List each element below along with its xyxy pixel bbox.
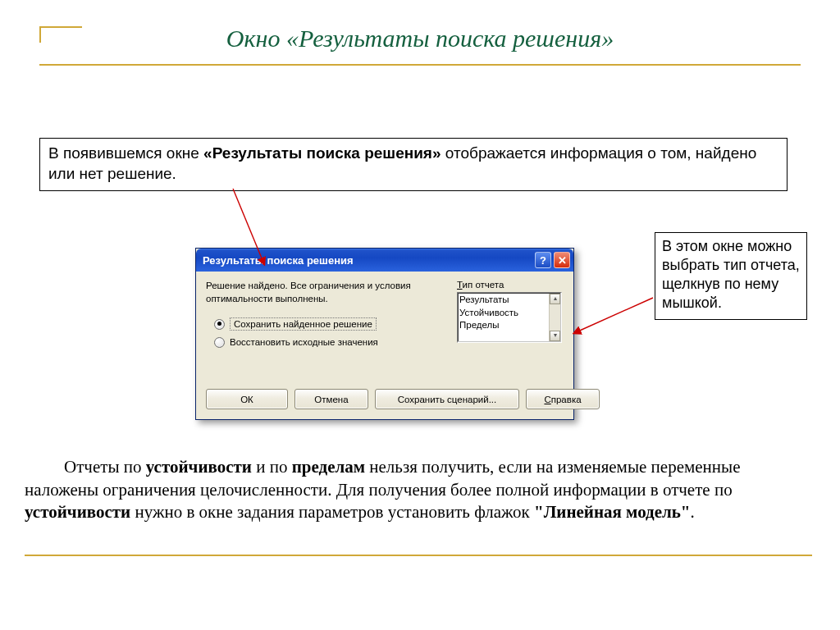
dialog-buttons: ОК Отмена Сохранить сценарий... Справка xyxy=(206,389,564,409)
side-callout: В этом окне можно выбрать тип отчета, ще… xyxy=(655,232,807,320)
bp-t5: . xyxy=(691,502,695,522)
title-underline xyxy=(39,64,801,66)
report-type-label: Тип отчета xyxy=(457,280,564,290)
bottom-paragraph: Отчеты по устойчивости и по пределам нел… xyxy=(25,456,812,524)
report-type-area: Тип отчета Результаты Устойчивость Преде… xyxy=(457,280,564,343)
help-button[interactable]: Справка xyxy=(526,389,600,409)
dialog-body: Решение найдено. Все ограничения и услов… xyxy=(196,272,573,419)
list-item[interactable]: Пределы xyxy=(459,319,559,332)
report-type-listbox[interactable]: Результаты Устойчивость Пределы ▴ ▾ xyxy=(457,292,562,343)
scroll-down-icon[interactable]: ▾ xyxy=(550,331,560,341)
close-icon[interactable]: ✕ xyxy=(554,252,570,268)
list-item[interactable]: Устойчивость xyxy=(459,307,559,320)
scroll-up-icon[interactable]: ▴ xyxy=(550,294,560,304)
cancel-button[interactable]: Отмена xyxy=(294,389,368,409)
radio-restore-label: Восстановить исходные значения xyxy=(230,337,378,347)
intro-text-bold: «Результаты поиска решения» xyxy=(203,144,441,162)
titlebar-buttons: ? ✕ xyxy=(535,252,570,268)
solver-results-dialog: Результаты поиска решения ? ✕ Решение на… xyxy=(195,248,574,420)
bottom-underline xyxy=(25,555,812,556)
bp-t1: Отчеты по xyxy=(64,457,146,477)
bp-t2: и по xyxy=(252,457,292,477)
intro-text-prefix: В появившемся окне xyxy=(48,144,203,162)
radio-keep-solution[interactable] xyxy=(214,319,225,330)
list-item[interactable]: Результаты xyxy=(459,294,559,307)
ok-button[interactable]: ОК xyxy=(206,389,288,409)
dialog-titlebar[interactable]: Результаты поиска решения ? ✕ xyxy=(196,249,573,272)
title-corner-ornament xyxy=(39,26,82,43)
slide-title: Окно «Результаты поиска решения» xyxy=(39,25,801,61)
save-scenario-button[interactable]: Сохранить сценарий... xyxy=(375,389,519,409)
help-rest: правка xyxy=(551,395,582,404)
bp-b1: устойчивости xyxy=(146,457,252,477)
report-label-rest: ип отчета xyxy=(463,280,504,290)
help-mnemonic: С xyxy=(544,395,550,404)
radio-keep-label: Сохранить найденное решение xyxy=(230,317,377,331)
bp-b2: пределам xyxy=(292,457,365,477)
radio-restore-values[interactable] xyxy=(214,337,225,348)
intro-callout: В появившемся окне «Результаты поиска ре… xyxy=(39,138,788,191)
bp-b4: "Линейная модель" xyxy=(534,502,691,522)
title-area: Окно «Результаты поиска решения» xyxy=(39,25,801,66)
solver-status-text: Решение найдено. Все ограничения и услов… xyxy=(206,280,419,305)
svg-line-1 xyxy=(574,298,653,333)
dialog-title-text: Результаты поиска решения xyxy=(203,254,354,267)
bp-b3: устойчивости xyxy=(25,502,130,522)
help-icon[interactable]: ? xyxy=(535,252,551,268)
slide: Окно «Результаты поиска решения» В появи… xyxy=(0,0,840,630)
listbox-scrollbar[interactable]: ▴ ▾ xyxy=(549,294,560,341)
side-note-text: В этом окне можно выбрать тип отчета, ще… xyxy=(662,238,800,311)
bp-t4: нужно в окне задания параметров установи… xyxy=(130,502,534,522)
